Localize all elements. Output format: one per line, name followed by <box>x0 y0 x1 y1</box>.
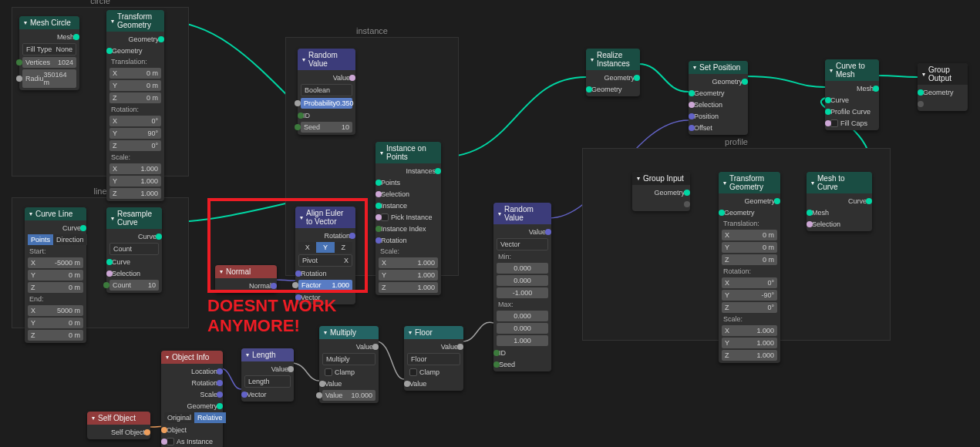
radius-value[interactable]: 350164 m <box>44 71 73 86</box>
node-header[interactable]: Instance on Points <box>375 142 441 163</box>
socket-geometry-out: Geometry <box>712 78 743 86</box>
socket-value-out: Value <box>271 365 288 373</box>
curve-mode-toggle[interactable]: PointsDirection <box>28 234 83 245</box>
node-header[interactable]: Curve to Mesh <box>825 59 879 81</box>
node-mesh-to-curve[interactable]: Mesh to Curve Curve Mesh Selection <box>807 172 872 231</box>
socket-value-out: Value <box>529 228 546 236</box>
node-length[interactable]: Length Value Length Vector <box>241 348 294 402</box>
vertices-value[interactable]: 1024 <box>58 59 73 66</box>
node-set-position[interactable]: Set Position Geometry Geometry Selection… <box>689 61 748 135</box>
annotation-text: DOESNT WORK ANYMORE! <box>207 296 336 336</box>
frame-line-label: line <box>93 187 106 196</box>
filltype-value[interactable]: None <box>56 45 72 53</box>
node-header[interactable]: Set Position <box>689 61 748 74</box>
node-header[interactable]: Self Object <box>87 412 150 425</box>
node-transform-geometry-2[interactable]: Transform Geometry Geometry Geometry Tra… <box>719 172 780 363</box>
node-header[interactable]: Mesh Circle <box>19 16 79 29</box>
socket-value-out: Value <box>333 74 350 82</box>
annotation-highlight-box <box>207 198 368 293</box>
node-realize-instances[interactable]: Realize Instances Geometry Geometry <box>586 49 640 96</box>
node-header[interactable]: Random Value <box>493 203 551 224</box>
node-header[interactable]: Transform Geometry <box>106 10 164 32</box>
frame-profile-label: profile <box>725 137 748 146</box>
node-instance-on-points[interactable]: Instance on Points Instances Points Sele… <box>375 142 441 295</box>
socket-curve-out: Curve <box>62 224 81 232</box>
random-type[interactable]: Boolean <box>301 84 352 96</box>
frame-circle-label: circle <box>90 0 110 5</box>
random-type[interactable]: Vector <box>497 238 548 250</box>
node-random-value-2[interactable]: Random Value Value Vector Min: 0.000 0.0… <box>493 203 551 371</box>
socket-value-out: Value <box>356 343 373 351</box>
node-header[interactable]: Transform Geometry <box>719 172 780 193</box>
node-group-output[interactable]: Group Output Geometry <box>918 63 968 111</box>
socket-curve-out: Curve <box>848 197 867 205</box>
socket-curve-out: Curve <box>138 233 157 240</box>
node-object-info[interactable]: Object Info Location Rotation Scale Geom… <box>161 351 223 447</box>
socket-geometry-out: Geometry <box>744 197 775 205</box>
node-header[interactable]: Object Info <box>161 351 223 364</box>
socket-mesh-out: Mesh <box>57 33 74 41</box>
node-self-object[interactable]: Self Object Self Object <box>87 412 150 439</box>
node-mesh-circle[interactable]: Mesh Circle Mesh Fill TypeNone Vertices1… <box>19 16 79 90</box>
node-multiply[interactable]: Multiply Value Multiply Clamp Value Valu… <box>319 326 379 403</box>
node-group-input[interactable]: Group Input Geometry <box>632 172 690 211</box>
node-header[interactable]: Random Value <box>298 49 355 70</box>
node-header[interactable]: Curve Line <box>25 207 86 220</box>
frame-instance-label: instance <box>356 26 388 35</box>
node-curve-to-mesh[interactable]: Curve to Mesh Mesh Curve Profile Curve F… <box>825 59 879 130</box>
resample-mode[interactable]: Count <box>109 243 159 255</box>
node-header[interactable]: Group Input <box>632 172 690 185</box>
node-resample-curve[interactable]: Resample Curve Curve Count Curve Selecti… <box>106 207 162 293</box>
node-header[interactable]: Length <box>241 348 294 361</box>
socket-object-out: Self Object <box>111 429 145 436</box>
node-transform-geometry-1[interactable]: Transform Geometry Geometry Geometry Tra… <box>106 10 164 201</box>
node-header[interactable]: Mesh to Curve <box>807 172 872 193</box>
socket-geometry-out: Geometry <box>604 74 635 82</box>
node-curve-line[interactable]: Curve Line Curve PointsDirection Start: … <box>25 207 86 343</box>
node-header[interactable]: Realize Instances <box>586 49 640 70</box>
socket-geometry-in: Geometry <box>112 47 143 55</box>
node-header[interactable]: Resample Curve <box>106 207 162 229</box>
node-random-value-1[interactable]: Random Value Value Boolean Probability0.… <box>298 49 355 135</box>
socket-instances-out: Instances <box>406 167 436 175</box>
node-header[interactable]: Group Output <box>918 63 968 85</box>
space-toggle[interactable]: OriginalRelative <box>164 412 220 423</box>
socket-mesh-out: Mesh <box>857 85 874 92</box>
socket-geometry-out: Geometry <box>128 35 159 43</box>
node-header[interactable]: Floor <box>404 326 463 339</box>
socket-geometry-out: Geometry <box>654 189 685 197</box>
node-floor[interactable]: Floor Value Floor Clamp Value <box>404 326 463 391</box>
socket-value-out: Value <box>441 343 458 351</box>
